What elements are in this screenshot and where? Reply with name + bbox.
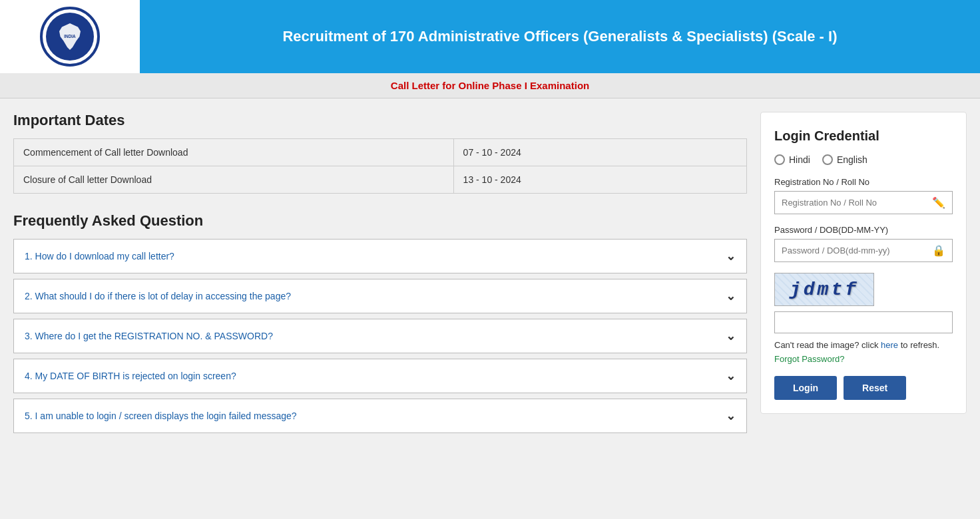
chevron-down-icon: ⌄: [726, 369, 736, 383]
main-content: Important Dates Commencement of Call let…: [0, 98, 980, 518]
date-label: Closure of Call letter Download: [14, 166, 454, 194]
faq-header[interactable]: 1. How do I download my call letter? ⌄: [14, 240, 746, 273]
faq-header[interactable]: 2. What should I do if there is lot of d…: [14, 279, 746, 313]
table-row: Closure of Call letter Download 13 - 10 …: [14, 166, 747, 194]
login-buttons: Login Reset: [774, 376, 953, 400]
reg-input[interactable]: [775, 192, 925, 214]
chevron-down-icon: ⌄: [726, 289, 736, 303]
english-option[interactable]: English: [822, 154, 867, 165]
important-dates-title: Important Dates: [13, 112, 747, 129]
faq-header[interactable]: 4. My DATE OF BIRTH is rejected on login…: [14, 359, 746, 393]
sub-header-text: Call Letter for Online Phase I Examinati…: [391, 80, 589, 91]
faq-container: 1. How do I download my call letter? ⌄ 2…: [13, 239, 747, 433]
faq-item[interactable]: 2. What should I do if there is lot of d…: [13, 279, 747, 313]
hindi-radio[interactable]: [774, 154, 785, 165]
hindi-label: Hindi: [789, 154, 810, 165]
left-section: Important Dates Commencement of Call let…: [13, 112, 747, 504]
edit-icon[interactable]: ✏️: [925, 196, 952, 209]
date-value: 07 - 10 - 2024: [453, 139, 746, 166]
faq-item[interactable]: 3. Where do I get the REGISTRATION NO. &…: [13, 319, 747, 353]
faq-item[interactable]: 1. How do I download my call letter? ⌄: [13, 239, 747, 273]
chevron-down-icon: ⌄: [726, 329, 736, 343]
captcha-refresh-text: Can't read the image? click here to refr…: [774, 340, 953, 350]
password-input-wrapper: 🔒: [774, 239, 953, 262]
date-label: Commencement of Call letter Download: [14, 139, 454, 166]
english-radio[interactable]: [822, 154, 833, 165]
logo-container: INDIA: [0, 0, 140, 73]
faq-question: 5. I am unable to login / screen display…: [25, 411, 297, 421]
svg-text:INDIA: INDIA: [64, 34, 76, 39]
logo-circle: INDIA: [40, 7, 100, 67]
faq-header[interactable]: 3. Where do I get the REGISTRATION NO. &…: [14, 319, 746, 353]
faq-item[interactable]: 5. I am unable to login / screen display…: [13, 399, 747, 433]
lock-icon[interactable]: 🔒: [925, 244, 952, 257]
captcha-refresh-link[interactable]: here: [881, 340, 898, 350]
faq-header[interactable]: 5. I am unable to login / screen display…: [14, 399, 746, 432]
india-map-icon: INDIA: [54, 21, 86, 53]
faq-title: Frequently Asked Question: [13, 212, 747, 230]
page-header: INDIA Recruitment of 170 Administrative …: [0, 0, 980, 73]
sub-header: Call Letter for Online Phase I Examinati…: [0, 73, 980, 98]
reg-input-wrapper: ✏️: [774, 191, 953, 214]
faq-question: 1. How do I download my call letter?: [25, 251, 174, 261]
password-label: Password / DOB(DD-MM-YY): [774, 225, 953, 235]
chevron-down-icon: ⌄: [726, 249, 736, 263]
date-value: 13 - 10 - 2024: [453, 166, 746, 194]
logo-inner: INDIA: [46, 13, 94, 61]
english-label: English: [837, 154, 867, 165]
password-input[interactable]: [775, 240, 925, 261]
faq-question: 3. Where do I get the REGISTRATION NO. &…: [25, 331, 273, 341]
faq-item[interactable]: 4. My DATE OF BIRTH is rejected on login…: [13, 359, 747, 393]
reset-button[interactable]: Reset: [844, 376, 906, 400]
language-options: Hindi English: [774, 154, 953, 165]
faq-question: 2. What should I do if there is lot of d…: [25, 291, 291, 301]
header-title: Recruitment of 170 Administrative Office…: [140, 13, 980, 61]
faq-question: 4. My DATE OF BIRTH is rejected on login…: [25, 371, 236, 381]
table-row: Commencement of Call letter Download 07 …: [14, 139, 747, 166]
captcha-image: jdmtf: [774, 273, 874, 306]
hindi-option[interactable]: Hindi: [774, 154, 810, 165]
login-panel: Login Credential Hindi English Registrat…: [760, 112, 967, 414]
login-button[interactable]: Login: [774, 376, 837, 400]
chevron-down-icon: ⌄: [726, 409, 736, 423]
reg-label: Registration No / Roll No: [774, 177, 953, 187]
login-title: Login Credential: [774, 128, 953, 144]
dates-table: Commencement of Call letter Download 07 …: [13, 138, 747, 194]
captcha-input[interactable]: [774, 311, 953, 333]
forgot-password-link[interactable]: Forgot Password?: [774, 354, 953, 364]
